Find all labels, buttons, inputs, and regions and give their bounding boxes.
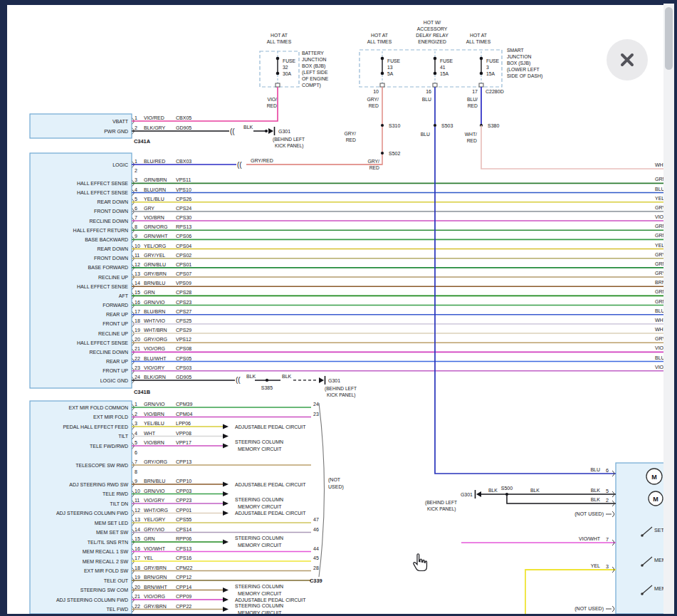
- circuit-number: CPM39: [176, 402, 192, 407]
- circuit-number: CPS25: [176, 318, 191, 323]
- wire-code: BLU: [421, 132, 430, 137]
- edge-wire-code: BRN/BLU: [655, 280, 663, 285]
- wire-code: WHT/: [465, 132, 477, 137]
- circuit-arrow-icon: [223, 501, 229, 506]
- circuit-number: CPS05: [176, 356, 191, 361]
- splice-dot: [434, 124, 436, 127]
- circuit-number: CBX03: [176, 159, 191, 164]
- wire-code: GRN/BLU: [144, 262, 166, 267]
- power-source-label: HOT AT: [371, 33, 388, 38]
- circuit-annotation: MEMORY CIRCUIT: [238, 543, 282, 548]
- scrollbar-thumb[interactable]: [665, 7, 673, 70]
- circuit-number: CPS16: [176, 555, 191, 560]
- wire-code: GRN/VIO: [144, 489, 165, 494]
- function-label: HALL EFFECT SENSE: [77, 181, 128, 186]
- pin-number: 21: [135, 346, 140, 351]
- switch-label: SET: [654, 527, 663, 533]
- edge-wire-code: VIO/ORG: [655, 345, 663, 350]
- junction-box-name: OF ENGINE: [302, 76, 329, 81]
- circuit-annotation: STEERING COLUMN: [235, 439, 283, 444]
- pin-number: 19: [135, 328, 140, 333]
- inline-connector-symbol: ((: [230, 127, 235, 135]
- junction-box-name: (LEFT SIDE: [302, 70, 328, 75]
- wire-code: RED: [468, 103, 478, 108]
- wire-code: YEL/ORG: [144, 244, 166, 249]
- ground-symbol: [319, 377, 324, 383]
- circuit-arrow-icon: [223, 491, 229, 496]
- pin-number: 13: [135, 517, 140, 522]
- scrollbar[interactable]: [663, 4, 674, 614]
- splice-dot: [381, 124, 384, 127]
- wire-code: VIO/GRY: [144, 498, 164, 503]
- edge-wire-code: GRN/BLU: [655, 261, 663, 266]
- function-label: BASE BACKWARD: [85, 237, 128, 242]
- wire-code: GRY/: [345, 131, 357, 136]
- connector-pin-square: [433, 83, 437, 87]
- wire-code: BLU/WHT: [144, 356, 167, 361]
- circuit-number: CPP10: [176, 479, 191, 484]
- wire-code: BLK: [488, 488, 498, 493]
- circuit-annotation: MEMORY CIRCUIT: [238, 591, 282, 596]
- fuse-label: 5A: [387, 71, 394, 76]
- pin-number: 2: [135, 168, 137, 173]
- not-used-label: (NOT: [328, 477, 341, 483]
- wire-code: BLK: [243, 125, 253, 130]
- wiring-diagram[interactable]: C341AC341BMMSETMEMMEMHOT ATALL TIMESFUSE…: [7, 5, 663, 614]
- pin-number: 16: [135, 300, 140, 305]
- fuse-label: 3: [486, 65, 489, 70]
- circuit-number: CPM22: [176, 565, 192, 570]
- not-used-label: (NOT USED): [574, 511, 604, 517]
- fuse-label: FUSE: [440, 58, 453, 63]
- edge-wire-code: WHT/VIO: [655, 318, 663, 323]
- pin-number: 4: [135, 431, 137, 436]
- pin-number: 18: [135, 318, 140, 323]
- wire-code: BLU: [422, 97, 431, 102]
- wire-code: GRY/BRN: [144, 565, 167, 570]
- wire-code: GRY: [144, 206, 154, 211]
- connector-box: [30, 114, 132, 138]
- function-label: FRONT DOWN: [94, 209, 128, 214]
- wire-code: BLK/GRY: [144, 125, 166, 130]
- function-label: AFT: [119, 293, 129, 298]
- wire-code: VIO/ORG: [144, 346, 165, 351]
- close-button[interactable]: [607, 39, 648, 80]
- edge-wire-code: GRN/ORG: [655, 224, 663, 229]
- box-pin-number: 2: [606, 497, 609, 503]
- wire-code: BLK: [530, 488, 540, 493]
- pin-number: 11: [135, 498, 140, 503]
- circuit-number: CPP14: [176, 585, 191, 590]
- function-label: TELESCOPE SW RWD: [75, 463, 128, 468]
- wire-code: VIO/WHT: [579, 536, 601, 541]
- pin-number: 1: [135, 402, 137, 407]
- pin-number: 11: [135, 253, 140, 258]
- function-label: HALL EFFECT SENSE: [77, 340, 128, 345]
- wire-code: GRN/ORG: [144, 224, 167, 229]
- circuit-number: GD905: [176, 125, 191, 130]
- wire-code: GRY/YEL: [144, 253, 165, 258]
- function-label: VBATT: [112, 119, 129, 124]
- splice-name: S503: [441, 123, 453, 128]
- diagram-canvas[interactable]: C341AC341BMMSETMEMMEMHOT ATALL TIMESFUSE…: [7, 5, 663, 614]
- fuse-label: 32: [283, 65, 288, 70]
- pin-number: 2: [135, 125, 137, 130]
- function-label: ADJ STEERING COLUMN FWD: [56, 511, 128, 516]
- pin-number: 10: [135, 489, 140, 494]
- wire-code: BLK: [591, 488, 601, 493]
- circuit-annotation: STEERING COLUMN: [235, 584, 283, 589]
- connector-name: C339: [310, 578, 322, 584]
- circuit-annotation: STEERING COLUMN: [235, 536, 283, 541]
- switch-label: MEM: [654, 557, 663, 563]
- power-source-label: HOT AT: [470, 33, 487, 38]
- wire-code: WHT: [144, 431, 156, 436]
- pin-number: 14: [135, 281, 140, 286]
- wire-code: BLU/BRN: [144, 309, 165, 314]
- edge-wire-code: YEL/BLU: [655, 196, 663, 201]
- function-label: LOGIC GND: [100, 378, 128, 383]
- wire-code: BLU: [590, 467, 600, 472]
- pin-number: 9: [135, 479, 137, 484]
- wire-code: VIO/GRY: [144, 365, 164, 370]
- function-label: EXT MIR FOLD SW: [84, 568, 128, 573]
- function-label: HALL EFFECT SENSE: [77, 190, 128, 195]
- wire-code: GRN: [144, 536, 155, 541]
- power-source-label: ALL TIMES: [267, 39, 292, 44]
